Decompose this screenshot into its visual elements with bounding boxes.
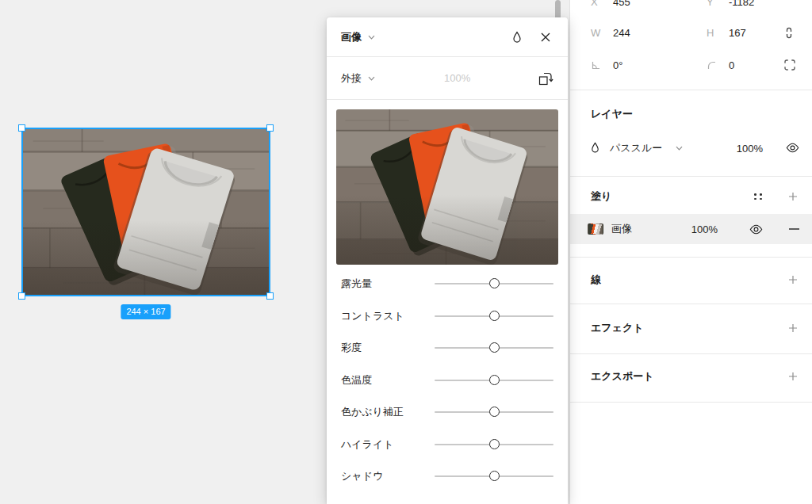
tint-slider[interactable] bbox=[435, 407, 553, 418]
blend-mode-row: パススルー 100% bbox=[570, 135, 812, 162]
slider-label: 彩度 bbox=[341, 341, 362, 355]
fill-section-header: 塗り bbox=[570, 184, 812, 209]
slider-label: 色かぶり補正 bbox=[341, 405, 404, 419]
slider-row-highlights: ハイライト bbox=[341, 429, 553, 461]
close-icon[interactable] bbox=[536, 28, 555, 47]
slider-row-temperature: 色温度 bbox=[341, 365, 553, 397]
layer-opacity-value[interactable]: 100% bbox=[737, 143, 763, 155]
position-row: X 455 Y -1182 bbox=[570, 0, 812, 13]
contrast-slider[interactable] bbox=[435, 311, 553, 322]
slider-row-shadows: シャドウ bbox=[341, 460, 553, 493]
chevron-down-icon[interactable] bbox=[676, 146, 683, 151]
slider-handle[interactable] bbox=[489, 342, 500, 353]
constrain-proportions-icon[interactable] bbox=[784, 26, 794, 40]
highlights-slider[interactable] bbox=[435, 439, 553, 450]
blend-mode-dropdown[interactable]: パススルー bbox=[610, 141, 662, 155]
fill-type-label[interactable]: 画像 bbox=[611, 222, 632, 236]
corner-radius-value[interactable]: 0 bbox=[729, 59, 734, 71]
popup-title: 画像 bbox=[341, 30, 362, 44]
fill-opacity-value[interactable]: 100% bbox=[691, 223, 718, 235]
x-field-value[interactable]: 455 bbox=[613, 0, 630, 8]
exposure-slider[interactable] bbox=[435, 278, 553, 289]
adjustment-sliders: 露光量 コントラスト 彩度 色温度 色かぶり補正 ハイライト シャドウ bbox=[327, 265, 568, 493]
x-field-label: X bbox=[591, 0, 598, 8]
slider-label: 露光量 bbox=[341, 277, 372, 291]
blend-droplet-icon[interactable] bbox=[508, 28, 527, 47]
slider-label: ハイライト bbox=[341, 437, 394, 452]
rotate-image-icon[interactable] bbox=[536, 69, 555, 88]
fill-image-thumbnail[interactable] bbox=[588, 223, 603, 235]
layer-visibility-eye-icon[interactable] bbox=[786, 143, 799, 153]
width-field-value[interactable]: 244 bbox=[613, 27, 630, 39]
slider-row-tint: 色かぶり補正 bbox=[341, 396, 553, 429]
stroke-section-title: 線 bbox=[591, 273, 601, 287]
slider-row-exposure: 露光量 bbox=[341, 268, 553, 300]
slider-label: 色温度 bbox=[341, 373, 372, 388]
rotation-value[interactable]: 0° bbox=[613, 59, 622, 71]
shadows-slider[interactable] bbox=[435, 471, 553, 482]
add-export-button[interactable] bbox=[785, 368, 801, 384]
layer-section-header: レイヤー bbox=[570, 101, 812, 128]
fill-visibility-eye-icon[interactable] bbox=[749, 224, 763, 235]
corner-radius-icon bbox=[707, 60, 717, 71]
slider-row-contrast: コントラスト bbox=[341, 300, 553, 333]
temperature-slider[interactable] bbox=[435, 375, 553, 386]
clip-frame-icon[interactable] bbox=[784, 59, 795, 71]
slider-row-saturation: 彩度 bbox=[341, 332, 553, 365]
popup-fit-row: 外接 100% bbox=[327, 57, 568, 100]
popup-header: 画像 bbox=[327, 17, 568, 57]
image-preview bbox=[336, 109, 558, 265]
remove-fill-minus-icon[interactable] bbox=[789, 228, 799, 230]
selection-handle-bottom-right[interactable] bbox=[266, 292, 274, 300]
selected-image-layer[interactable] bbox=[21, 128, 270, 296]
blend-droplet-icon[interactable] bbox=[590, 142, 600, 154]
fill-item-row[interactable]: 画像 100% bbox=[570, 214, 812, 244]
stroke-section-header: 線 bbox=[570, 267, 812, 292]
selection-handle-top-left[interactable] bbox=[18, 124, 25, 132]
size-row: W 244 H 167 bbox=[570, 19, 812, 46]
slider-label: コントラスト bbox=[341, 309, 404, 323]
y-field-label: Y bbox=[707, 0, 714, 8]
add-stroke-button[interactable] bbox=[785, 272, 801, 288]
chevron-down-icon[interactable] bbox=[368, 35, 375, 40]
y-field-value[interactable]: -1182 bbox=[729, 0, 754, 8]
slider-handle[interactable] bbox=[489, 471, 500, 481]
height-field-value[interactable]: 167 bbox=[729, 27, 746, 39]
layer-section-title: レイヤー bbox=[591, 107, 633, 121]
slider-handle[interactable] bbox=[489, 439, 500, 449]
add-effect-button[interactable] bbox=[785, 320, 801, 336]
slider-handle[interactable] bbox=[489, 407, 500, 417]
selection-handle-bottom-left[interactable] bbox=[18, 292, 25, 300]
styles-icon[interactable] bbox=[753, 192, 763, 201]
width-field-label: W bbox=[591, 27, 600, 39]
slider-handle[interactable] bbox=[489, 278, 500, 288]
fit-mode-dropdown[interactable]: 外接 bbox=[341, 71, 362, 86]
effects-section-title: エフェクト bbox=[591, 321, 644, 335]
slider-handle[interactable] bbox=[489, 311, 500, 321]
selection-size-badge: 244 × 167 bbox=[121, 304, 170, 319]
saturation-slider[interactable] bbox=[435, 342, 553, 353]
add-fill-button[interactable] bbox=[785, 189, 801, 204]
chevron-down-icon[interactable] bbox=[368, 76, 375, 81]
slider-label: シャドウ bbox=[341, 469, 383, 483]
scale-input[interactable]: 100% bbox=[444, 72, 470, 84]
slider-handle[interactable] bbox=[489, 375, 500, 385]
tshirts-image bbox=[23, 129, 269, 295]
image-settings-popup: 画像 外接 100% 露光量 bbox=[327, 17, 568, 504]
transform-row: 0° 0 bbox=[570, 52, 812, 78]
design-inspector-panel: X 455 Y -1182 W 244 H 167 0° 0 bbox=[569, 0, 812, 504]
fill-section-title: 塗り bbox=[591, 189, 611, 204]
height-field-label: H bbox=[707, 27, 714, 39]
rotation-angle-icon bbox=[591, 60, 601, 71]
effects-section-header: エフェクト bbox=[570, 315, 812, 341]
export-section-title: エクスポート bbox=[591, 369, 654, 384]
selection-handle-top-right[interactable] bbox=[266, 124, 274, 132]
export-section-header: エクスポート bbox=[570, 364, 812, 389]
